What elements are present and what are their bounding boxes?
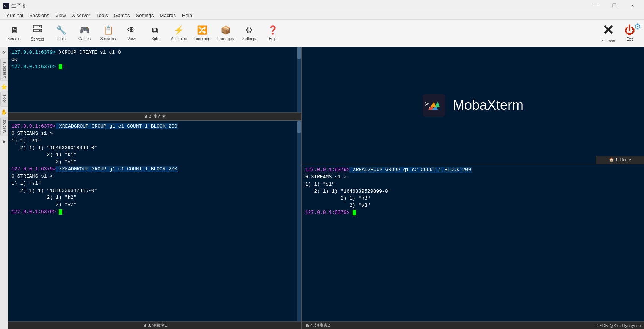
settings-button[interactable]: ⚙ Settings [238, 21, 260, 45]
c1-prompt-3: 127.0.0.1:6379> [11, 209, 56, 215]
c1-prompt-2: 127.0.0.1:6379> [11, 166, 56, 172]
servers-button[interactable]: Servers [27, 21, 49, 45]
sidebar-tab-macros[interactable]: Macros [0, 117, 8, 136]
c1-cmd-1b: 0 STREAMS s1 > [11, 131, 53, 136]
xserver-toolbar-button[interactable]: ✕ X server [601, 23, 615, 43]
help-button[interactable]: ❓ Help [262, 21, 284, 45]
menu-view[interactable]: View [52, 11, 69, 20]
sidebar-star-icon[interactable]: ⭐ [1, 83, 8, 90]
menu-settings[interactable]: Settings [133, 11, 157, 20]
svg-point-4 [39, 26, 41, 27]
consumer1-terminal-panel[interactable]: 127.0.0.1:6379> XREADGROUP GROUP g1 c1 C… [8, 121, 301, 329]
sessions-button[interactable]: 📋 Sessions [97, 21, 119, 45]
sidebar-tab-sessions[interactable]: Sessions [0, 59, 8, 81]
c2-out-4: 2) "v3" [305, 203, 370, 208]
sidebar-tab-tools[interactable]: Tools [0, 92, 8, 107]
sidebar-arrow-icon[interactable]: ➤ [1, 138, 8, 145]
exit-icon: ⏻ [624, 25, 635, 36]
servers-icon [33, 25, 42, 36]
producer-prompt-1: 127.0.0.1:6379> [11, 50, 56, 55]
c1-cmd-2b: 0 STREAMS s1 > [11, 173, 53, 179]
menu-help[interactable]: Help [179, 11, 195, 20]
tools-button[interactable]: 🔧 Tools [50, 21, 72, 45]
view-icon: 👁 [127, 25, 136, 35]
svg-point-5 [39, 30, 41, 31]
tools-label: Tools [56, 37, 65, 41]
multiexec-button[interactable]: ⚡ MultiExec [168, 21, 190, 45]
menu-xserver[interactable]: X server [69, 11, 93, 20]
packages-button[interactable]: 📦 Packages [215, 21, 237, 45]
svg-rect-3 [33, 29, 42, 32]
sidebar-collapse-icon[interactable]: « [2, 48, 6, 56]
sidebar-hand-icon[interactable]: ✋ [1, 109, 8, 115]
games-button[interactable]: 🎮 Games [74, 21, 96, 45]
split-button[interactable]: ⧉ Split [144, 21, 166, 45]
producer-prompt-2: 127.0.0.1:6379> [11, 64, 56, 70]
home-panel: >_ MobaXterm 🏠 1. Home [302, 47, 644, 164]
c2-out-1: 1) 1) "s1" [305, 181, 335, 187]
c1-out-4: 2) "v1" [11, 159, 77, 165]
menu-bar: Terminal Sessions View X server Tools Ga… [0, 11, 644, 20]
home-statusbar: 🏠 1. Home [596, 156, 644, 164]
c2-prompt-1: 127.0.0.1:6379> [305, 167, 349, 173]
multiexec-icon: ⚡ [174, 25, 184, 35]
menu-tools[interactable]: Tools [93, 11, 111, 20]
consumer2-terminal-panel[interactable]: 127.0.0.1:6379> XREADGROUP GROUP g1 c2 C… [302, 164, 644, 329]
servers-label: Servers [31, 37, 44, 41]
c2-out-2: 2) 1) 1) "1646339529899-0" [305, 189, 391, 194]
consumer1-statusbar: 🖥 3. 消费者1 [8, 321, 301, 329]
consumer1-statusbar-text: 🖥 3. 消费者1 [143, 323, 167, 328]
settings-icon: ⚙ [245, 25, 253, 35]
session-icon: 🖥 [10, 25, 18, 35]
c2-cursor [353, 210, 356, 215]
close-button[interactable]: ✕ [624, 0, 641, 11]
c2-cmd-1b: 0 STREAMS s1 > [305, 174, 346, 180]
c1-out-1: 1) 1) "s1" [11, 138, 41, 143]
menu-games[interactable]: Games [111, 11, 133, 20]
tools-icon: 🔧 [56, 25, 66, 35]
c1-cmd-2: XREADGROUP GROUP g1 c1 COUNT 1 BLOCK 200 [56, 166, 178, 172]
view-button[interactable]: 👁 View [121, 21, 143, 45]
xserver-label: X server [601, 39, 615, 43]
producer-scrollbar[interactable] [297, 47, 301, 112]
xserver-x-icon: ✕ [602, 23, 614, 37]
maximize-button[interactable]: ❐ [605, 0, 623, 11]
app-body: « Sessions ⭐ Tools ✋ Macros ➤ 127.0.0.1:… [0, 47, 644, 329]
title-bar-text: 生产者 [11, 2, 26, 9]
minimize-button[interactable]: — [587, 0, 605, 11]
tunneling-button[interactable]: 🔀 Tunneling [191, 21, 213, 45]
sessions-icon: 📋 [103, 25, 113, 35]
c1-cursor [59, 209, 62, 215]
tunneling-label: Tunneling [194, 37, 210, 41]
session-label: Session [7, 37, 21, 41]
menu-macros[interactable]: Macros [157, 11, 179, 20]
c1-cmd-1: XREADGROUP GROUP g1 c1 COUNT 1 BLOCK 200 [56, 123, 178, 129]
svg-rect-2 [33, 25, 42, 28]
session-button[interactable]: 🖥 Session [3, 21, 25, 45]
producer-cursor [59, 64, 62, 69]
c1-out-7: 2) 1) "k2" [11, 195, 77, 200]
menu-terminal[interactable]: Terminal [2, 11, 26, 20]
producer-statusbar-text: 🖥 2. 生产者 [144, 114, 166, 119]
attribution-text: CSDN @Kim-Hyunyeon [596, 323, 641, 328]
menu-sessions[interactable]: Sessions [26, 11, 52, 20]
settings-gear-icon: ⚙ [634, 22, 641, 31]
sessions-label: Sessions [100, 37, 116, 41]
consumer1-scrollbar-thumb [297, 121, 301, 133]
consumer1-scrollbar[interactable] [297, 121, 301, 321]
title-bar-left: >_ 生产者 [3, 2, 26, 9]
producer-statusbar: 🖥 2. 生产者 [8, 112, 301, 120]
consumer2-terminal-content: 127.0.0.1:6379> XREADGROUP GROUP g1 c2 C… [302, 164, 644, 329]
main-area: 127.0.0.1:6379> XGROUP CREATE s1 g1 0 OK… [8, 47, 644, 329]
toolbar: 🖥 Session Servers 🔧 Tools 🎮 Games 📋 Sess… [0, 20, 644, 47]
packages-icon: 📦 [221, 25, 231, 35]
exit-toolbar-button[interactable]: ⏻ Exit [624, 25, 635, 41]
right-panels: >_ MobaXterm 🏠 1. Home [302, 47, 644, 329]
c1-out-5: 1) 1) "s1" [11, 181, 41, 186]
producer-terminal-panel[interactable]: 127.0.0.1:6379> XGROUP CREATE s1 g1 0 OK… [8, 47, 301, 121]
app-icon: >_ [3, 3, 9, 9]
producer-ok: OK [11, 57, 17, 62]
panels-container: 127.0.0.1:6379> XGROUP CREATE s1 g1 0 OK… [8, 47, 644, 329]
mobaxterm-logo-text: MobaXterm [453, 97, 523, 113]
producer-cmd-1: XGROUP CREATE s1 g1 0 [56, 50, 121, 55]
